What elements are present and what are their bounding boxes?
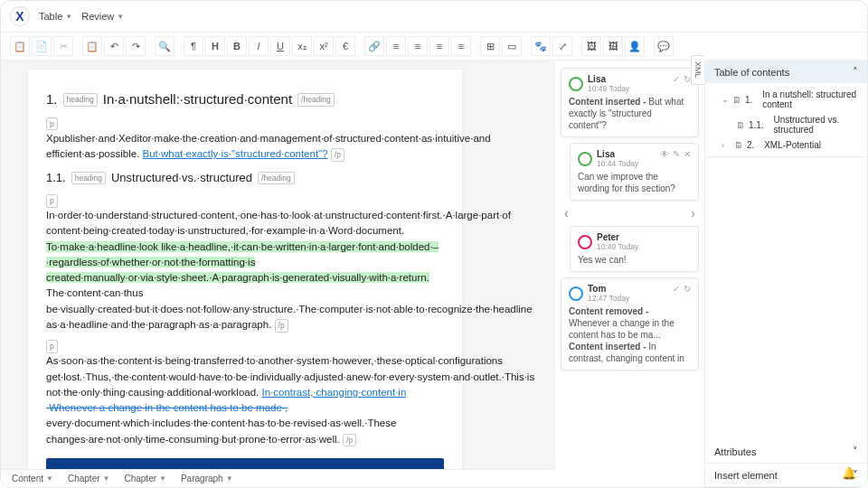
avatar — [569, 77, 583, 91]
save-icon[interactable]: 📋 — [10, 36, 30, 56]
heading-2: Unstructured·vs.·structured — [111, 169, 252, 187]
expand-icon[interactable]: ⌄ — [722, 95, 729, 104]
avatar — [578, 152, 592, 166]
next-icon[interactable]: › — [691, 206, 695, 221]
table-icon[interactable]: ⊞ — [480, 36, 500, 56]
menubar: X Table▼ Review▼ — [1, 1, 867, 32]
outdent-icon[interactable]: ≡ — [451, 36, 471, 56]
heading-number: 1. — [46, 89, 58, 110]
tag-heading-open: heading — [71, 172, 106, 185]
chevron-up-icon: ˄ — [853, 66, 858, 78]
chevron-down-icon: ▼ — [65, 13, 72, 21]
heading-1: In·a·nutshell:·structured·content — [103, 89, 292, 110]
xml-tab[interactable]: XML — [691, 61, 704, 85]
check-icon[interactable]: ✓ — [673, 74, 680, 84]
superscript-icon[interactable]: x² — [314, 36, 334, 56]
layout-icon[interactable]: 🖽 — [603, 36, 623, 56]
document[interactable]: 1. heading In·a·nutshell:·structured·con… — [28, 70, 462, 487]
tag-p-open: p — [46, 117, 58, 131]
expand-icon[interactable]: ⤢ — [552, 36, 572, 56]
toc-item[interactable]: 🗎1.1. Unstructured vs. structured — [705, 112, 867, 137]
comments-pane: Lisa10:49 Today✓↻ Content inserted - But… — [555, 61, 704, 487]
para-text: The·content·can·thus be·visually·created… — [46, 287, 533, 330]
attributes-header[interactable]: Attributes˅ — [705, 440, 867, 463]
breadcrumb-chapter[interactable]: Chapter▼ — [124, 474, 166, 483]
redo-icon[interactable]: ↷ — [126, 36, 146, 56]
paste-icon[interactable]: 📋 — [82, 36, 102, 56]
cut-icon[interactable]: ✂ — [53, 36, 73, 56]
refresh-icon[interactable]: ↻ — [684, 74, 691, 84]
chevron-down-icon: ˅ — [853, 446, 858, 457]
app-logo: X — [10, 6, 30, 26]
copy-icon[interactable]: 📄 — [32, 36, 52, 56]
currency-icon[interactable]: € — [335, 36, 355, 56]
link-icon[interactable]: 🔗 — [364, 36, 384, 56]
undo-icon[interactable]: ↶ — [104, 36, 124, 56]
breadcrumb-paragraph[interactable]: Paragraph▼ — [181, 474, 233, 483]
doc-icon: 🗎 — [732, 95, 741, 105]
indent-icon[interactable]: ≡ — [429, 36, 449, 56]
bold-icon[interactable]: B — [227, 36, 247, 56]
toolbar: 📋 📄 ✂ 📋 ↶ ↷ 🔍 ¶ H B I U x₂ x² € 🔗 ≡ ≡ ≡ … — [1, 32, 867, 61]
italic-icon[interactable]: I — [249, 36, 269, 56]
tag-p-open: p — [46, 194, 58, 208]
comment-card[interactable]: Peter10:49 Today Yes we can! — [570, 226, 699, 272]
tag-p-close: /p — [331, 148, 344, 162]
search-icon[interactable]: 🔍 — [155, 36, 175, 56]
close-icon[interactable]: ✕ — [684, 149, 691, 159]
breadcrumb-chapter[interactable]: Chapter▼ — [68, 474, 110, 483]
refresh-icon[interactable]: ↻ — [684, 284, 691, 294]
expand-icon[interactable]: › — [722, 141, 731, 150]
toc-header[interactable]: Table of contents˄ — [705, 61, 867, 83]
paragraph-icon[interactable]: ¶ — [184, 36, 203, 56]
toc-item[interactable]: ⌄🗎1. In a nutshell: structured content — [705, 87, 867, 112]
prev-icon[interactable]: ‹ — [564, 206, 569, 221]
tag-p-open: p — [46, 340, 58, 353]
toc: ⌄🗎1. In a nutshell: structured content 🗎… — [705, 83, 867, 156]
breadcrumb: Content▼ Chapter▼ Chapter▼ Paragraph▼ — [1, 469, 555, 487]
avatar — [569, 286, 583, 301]
editor-area: 1. heading In·a·nutshell:·structured·con… — [1, 61, 555, 487]
menu-review[interactable]: Review▼ — [81, 11, 124, 22]
inserted-text: In·contrast,·changing·content·in — [261, 387, 406, 398]
menu-table[interactable]: Table▼ — [39, 11, 72, 22]
chevron-down-icon: ▼ — [117, 13, 124, 21]
comment-card[interactable]: Lisa10:49 Today✓↻ Content inserted - But… — [561, 68, 699, 137]
deleted-text: ·Whenever·a·change·in·the content·has·to… — [46, 402, 288, 413]
list-icon[interactable]: ≡ — [386, 36, 406, 56]
paw-icon[interactable]: 🐾 — [531, 36, 551, 56]
tag-heading-close: /heading — [297, 93, 335, 107]
comment-pager: ‹ › — [561, 206, 699, 221]
breadcrumb-content[interactable]: Content▼ — [12, 474, 53, 483]
comment-icon[interactable]: 💬 — [654, 36, 674, 56]
tag-p-close: /p — [275, 319, 288, 333]
user-icon[interactable]: 👤 — [625, 36, 645, 56]
highlight-text: To·make·a·headline·look like·a·headline,… — [46, 241, 439, 284]
image-icon[interactable]: 🖼 — [581, 36, 601, 56]
underline-icon[interactable]: U — [270, 36, 290, 56]
doc-icon: 🗎 — [736, 120, 745, 130]
list2-icon[interactable]: ≡ — [408, 36, 428, 56]
link-structured-content[interactable]: But·what·exactly·is·"structured·content"… — [143, 148, 328, 159]
tag-heading-open: heading — [63, 93, 98, 107]
bell-icon[interactable]: 🔔 — [842, 466, 856, 480]
check-icon[interactable]: ✓ — [673, 284, 680, 294]
tag-p-close: /p — [343, 434, 356, 447]
heading-icon[interactable]: H — [205, 36, 225, 56]
avatar — [578, 235, 592, 249]
edit-icon[interactable]: ✎ — [673, 149, 680, 159]
comment-card[interactable]: Tom12:47 Today✓↻ Content removed - Whene… — [561, 277, 699, 371]
right-panel: Table of contents˄ ⌄🗎1. In a nutshell: s… — [704, 61, 867, 487]
doc-icon: 🗎 — [734, 140, 743, 150]
tag-heading-close: /heading — [258, 172, 295, 185]
eye-icon[interactable]: 👁 — [660, 149, 669, 159]
heading-number: 1.1. — [46, 169, 66, 187]
para-text: In·order·to·understand·structured·conten… — [46, 210, 511, 236]
comment-card[interactable]: Lisa10:44 Today👁✎✕ Can we improve the wo… — [570, 143, 699, 201]
subscript-icon[interactable]: x₂ — [292, 36, 312, 56]
toc-item[interactable]: ›🗎2. XML-Potential — [705, 137, 867, 153]
container-icon[interactable]: ▭ — [502, 36, 522, 56]
